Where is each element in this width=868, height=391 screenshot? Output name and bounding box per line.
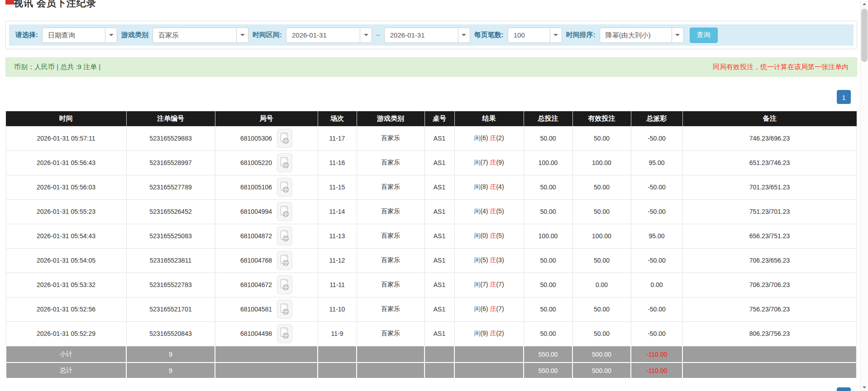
- round-id-value: 681005220: [240, 159, 272, 166]
- banker-result-score: (7): [496, 281, 504, 288]
- date-to-select[interactable]: 2026-01-31: [384, 28, 470, 43]
- player-result-score: (9): [480, 330, 488, 337]
- query-type-select[interactable]: 日期查询: [42, 28, 117, 43]
- banker-result-label: 庄: [490, 183, 496, 190]
- page-1-button-bottom[interactable]: 1: [837, 387, 851, 391]
- cell-bet-id: 523165520843: [126, 321, 215, 346]
- chevron-down-icon[interactable]: [236, 28, 248, 42]
- cell-table-id: AS1: [424, 199, 454, 224]
- player-result-label: 闲: [474, 256, 480, 264]
- video-record-icon[interactable]: [277, 202, 292, 221]
- video-record-icon[interactable]: [277, 178, 292, 197]
- scroll-down-icon[interactable]: [861, 383, 868, 391]
- cell-time: 2026-01-31 05:52:56: [6, 297, 126, 321]
- banker-result-score: (5): [496, 207, 504, 215]
- cell-bet-id: 523165522783: [126, 273, 215, 297]
- table-row: 2026-01-31 05:52:29 523165520843 6810044…: [6, 321, 857, 346]
- pagination-bottom: 1: [5, 387, 857, 391]
- cell-result: 闲(6) 庄(2): [454, 126, 524, 151]
- video-record-icon[interactable]: [277, 275, 292, 294]
- cell-payout: 95.00: [631, 151, 682, 175]
- header-payout: 总派彩: [631, 111, 682, 126]
- video-record-icon[interactable]: [277, 153, 292, 172]
- cell-result: 闲(6) 庄(7): [454, 297, 524, 321]
- table-row: 2026-01-31 05:56:43 523165528997 6810052…: [6, 151, 857, 175]
- table-row: 2026-01-31 05:57:11 523165529883 6810053…: [6, 126, 857, 151]
- cell-note: 656.23/751.23: [682, 224, 857, 248]
- cell-note: 756.23/706.23: [682, 297, 857, 321]
- subtotal-count: 9: [126, 346, 215, 363]
- total-label: 总计: [6, 363, 126, 378]
- cell-time: 2026-01-31 05:54:43: [6, 224, 126, 248]
- summary-alert-bar: 币别：人民币 | 总共 :9 注单 | 同局有效投注，统一计算在该局第一张注单内: [5, 57, 857, 77]
- video-record-icon[interactable]: [277, 251, 292, 270]
- video-record-icon[interactable]: [277, 324, 292, 343]
- search-button[interactable]: 查询: [690, 28, 718, 43]
- query-type-value: 日期查询: [48, 31, 75, 39]
- video-record-icon[interactable]: [277, 226, 292, 245]
- vertical-scrollbar[interactable]: [860, 0, 868, 391]
- header-result: 结果: [454, 111, 524, 126]
- cell-result: 闲(8) 庄(4): [454, 175, 524, 199]
- page-header: 视讯 会员下注纪录: [5, 0, 857, 15]
- banker-result-label: 庄: [490, 281, 496, 288]
- red-logo-icon: [5, 0, 14, 5]
- page-size-select[interactable]: 100: [508, 28, 562, 43]
- sort-value: 降幂(由大到小): [606, 31, 651, 39]
- currency-total-text: 币别：人民币 | 总共 :9 注单 |: [14, 63, 100, 71]
- game-type-select[interactable]: 百家乐: [153, 28, 248, 43]
- sort-label: 时间排序:: [566, 31, 596, 39]
- cell-session: 11-9: [318, 321, 357, 346]
- player-result-score: (7): [480, 159, 488, 166]
- cell-table-id: AS1: [424, 297, 454, 321]
- cell-total-bet: 50.00: [524, 273, 572, 297]
- banker-result-score: (7): [496, 305, 504, 312]
- player-result-label: 闲: [474, 159, 480, 166]
- video-record-icon[interactable]: [277, 129, 292, 148]
- sort-select[interactable]: 降幂(由大到小): [600, 28, 684, 43]
- video-record-icon[interactable]: [277, 300, 292, 319]
- cell-session: 11-11: [318, 273, 357, 297]
- cell-valid-bet: 100.00: [572, 151, 631, 175]
- chevron-down-icon[interactable]: [458, 28, 470, 42]
- chevron-down-icon[interactable]: [105, 28, 117, 42]
- cell-game-type: 百家乐: [357, 175, 424, 199]
- subtotal-payout: -110.00: [631, 346, 682, 363]
- chevron-down-icon[interactable]: [550, 28, 562, 42]
- cell-payout: 95.00: [631, 224, 682, 248]
- cell-session: 11-12: [318, 248, 357, 273]
- cell-payout: -50.00: [631, 126, 682, 151]
- cell-session: 11-16: [318, 151, 357, 175]
- table-header-row: 时间 注单编号 局号 场次 游戏类别 桌号 结果 总投注 有效投注 总派彩 备注: [6, 111, 857, 126]
- cell-table-id: AS1: [424, 126, 454, 151]
- cell-game-type: 百家乐: [357, 273, 424, 297]
- chevron-down-icon[interactable]: [360, 28, 372, 42]
- cell-bet-id: 523165525083: [126, 224, 215, 248]
- cell-valid-bet: 0.00: [572, 273, 631, 297]
- cell-note: 706.23/656.23: [682, 248, 857, 273]
- header-valid-bet: 有效投注: [572, 111, 631, 126]
- banker-result-label: 庄: [490, 134, 496, 141]
- scroll-up-icon[interactable]: [861, 0, 868, 8]
- chevron-down-icon[interactable]: [672, 28, 683, 42]
- table-row: 2026-01-31 05:54:43 523165525083 6810048…: [6, 224, 857, 248]
- subtotal-total-bet: 550.00: [524, 346, 572, 363]
- cell-time: 2026-01-31 05:57:11: [6, 126, 126, 151]
- cell-valid-bet: 50.00: [572, 297, 631, 321]
- cell-payout: -50.00: [631, 199, 682, 224]
- cell-valid-bet: 100.00: [572, 224, 631, 248]
- table-row: 2026-01-31 05:56:03 523165527789 6810051…: [6, 175, 857, 199]
- cell-round-id: 681004768: [215, 248, 318, 273]
- scrollbar-thumb[interactable]: [861, 9, 868, 62]
- cell-table-id: AS1: [424, 321, 454, 346]
- cell-result: 闲(0) 庄(5): [454, 224, 524, 248]
- page-1-button[interactable]: 1: [837, 90, 851, 104]
- cell-round-id: 681005306: [215, 126, 318, 151]
- banker-result-score: (2): [496, 134, 504, 141]
- cell-table-id: AS1: [424, 151, 454, 175]
- date-from-select[interactable]: 2026-01-31: [286, 28, 372, 43]
- header-bet-id: 注单编号: [126, 111, 215, 126]
- cell-payout: -50.00: [631, 175, 682, 199]
- table-row: 2026-01-31 05:52:56 523165521701 6810045…: [6, 297, 857, 321]
- cell-valid-bet: 50.00: [572, 199, 631, 224]
